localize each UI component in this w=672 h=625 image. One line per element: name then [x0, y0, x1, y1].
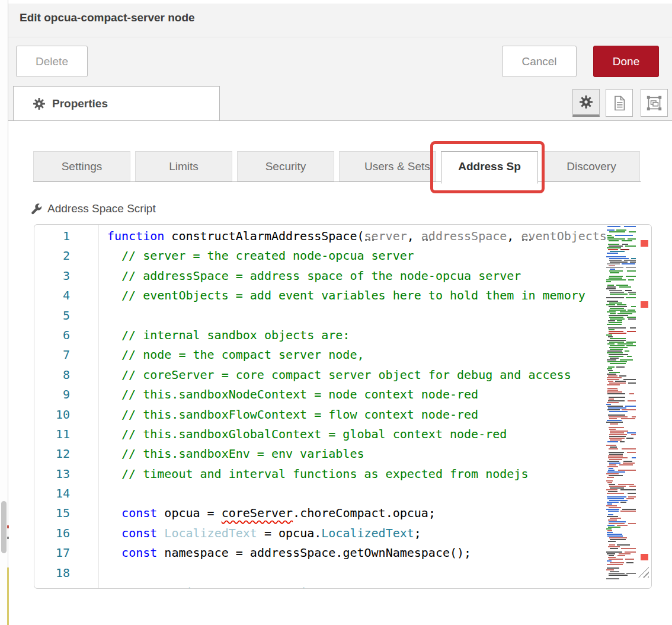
gear-icon — [580, 95, 593, 109]
tab-security[interactable]: Security — [237, 151, 334, 181]
gear-icon — [33, 98, 45, 110]
line-number: 19 — [34, 583, 70, 589]
code-line: // internal sandbox objects are: — [99, 326, 606, 345]
line-number: 14 — [34, 484, 70, 503]
tab-properties[interactable]: Properties — [13, 86, 220, 120]
wrench-icon — [30, 203, 42, 215]
code-line: function constructAlarmAddressSpace(serv… — [99, 227, 606, 246]
code-line: // timeout and interval functions as exp… — [99, 464, 606, 484]
code-line: // server = the created node-opcua serve… — [99, 246, 606, 266]
code-line: const Variant = opcua.Variant; — [99, 583, 606, 589]
line-number: 3 — [34, 266, 70, 286]
header-divider — [8, 37, 672, 37]
line-number: 16 — [34, 524, 70, 543]
code-line: const opcua = coreServer.choreCompact.op… — [99, 503, 606, 523]
tab-settings[interactable]: Settings — [33, 151, 130, 181]
code-line — [99, 484, 606, 503]
workspace-edge-mark — [7, 537, 9, 539]
delete-button[interactable]: Delete — [16, 46, 88, 77]
tab-limits[interactable]: Limits — [135, 151, 232, 181]
code-line: // this.sandboxGlobalContext = global co… — [99, 425, 606, 444]
code-line: // coreServer = core compact server obje… — [99, 365, 606, 385]
node-properties-button[interactable] — [572, 89, 600, 117]
code-line: // this.sandboxNodeContext = node contex… — [99, 385, 606, 404]
workspace-left-strip — [0, 0, 8, 625]
node-appearance-button[interactable] — [641, 89, 668, 117]
error-marker — [641, 554, 648, 560]
tab-row-baseline — [33, 181, 641, 182]
code-line: // node = the compact server node, — [99, 345, 606, 365]
error-marker — [641, 240, 648, 247]
line-number: 8 — [34, 365, 70, 385]
line-number: 4 — [34, 286, 70, 305]
line-number: 7 — [34, 345, 70, 365]
cancel-button[interactable]: Cancel — [502, 46, 577, 77]
code-line: // addressSpace = address space of the n… — [99, 266, 606, 286]
error-marker — [641, 301, 648, 308]
code-line — [99, 563, 606, 583]
code-line: const LocalizedText = opcua.LocalizedTex… — [99, 524, 606, 543]
workspace-edge-mark — [7, 525, 9, 528]
code-line: // this.sandboxEnv = env variables — [99, 444, 606, 464]
line-number: 2 — [34, 246, 70, 266]
line-number: 18 — [34, 563, 70, 583]
code-line — [99, 306, 606, 326]
dialog-title: Edit opcua-compact-server node — [20, 11, 195, 24]
appearance-frame-icon — [647, 95, 662, 111]
minimap[interactable] — [606, 226, 638, 588]
resize-grip-icon[interactable] — [638, 567, 649, 578]
line-number: 10 — [34, 405, 70, 425]
line-number: 15 — [34, 503, 70, 523]
line-number: 5 — [34, 306, 70, 326]
line-number: 9 — [34, 385, 70, 404]
line-number: 6 — [34, 326, 70, 345]
workspace-scrollbar-thumb[interactable] — [1, 501, 7, 553]
node-description-button[interactable] — [606, 89, 633, 117]
workspace-edge-mark — [7, 567, 9, 625]
code-content[interactable]: function constructAlarmAddressSpace(serv… — [99, 227, 606, 589]
document-icon — [612, 95, 626, 111]
line-numbers-gutter: 12345678910111213141516171819 — [34, 227, 70, 589]
code-line: // this.sandboxFlowContext = flow contex… — [99, 405, 606, 425]
edit-node-dialog: Edit opcua-compact-server node Delete Ca… — [0, 0, 672, 625]
tab-users-sets[interactable]: Users & Sets — [339, 151, 436, 181]
code-editor[interactable]: 12345678910111213141516171819 function c… — [34, 224, 652, 589]
tab-discovery[interactable]: Discovery — [543, 151, 640, 181]
editor-tabs: SettingsLimitsSecurityUsers & SetsAddres… — [33, 151, 641, 182]
section-label: Address Space Script — [30, 202, 156, 215]
section-label-text: Address Space Script — [47, 202, 156, 215]
line-number: 13 — [34, 464, 70, 484]
line-number: 1 — [34, 227, 70, 246]
done-button[interactable]: Done — [593, 46, 659, 77]
properties-tab-label: Properties — [52, 97, 108, 110]
line-number: 17 — [34, 543, 70, 563]
tab-address-sp[interactable]: Address Sp — [441, 151, 538, 184]
line-number: 11 — [34, 425, 70, 444]
code-line: // eventObjects = add event variables he… — [99, 286, 606, 305]
code-line: const namespace = addressSpace.getOwnNam… — [99, 543, 606, 563]
line-number: 12 — [34, 444, 70, 464]
